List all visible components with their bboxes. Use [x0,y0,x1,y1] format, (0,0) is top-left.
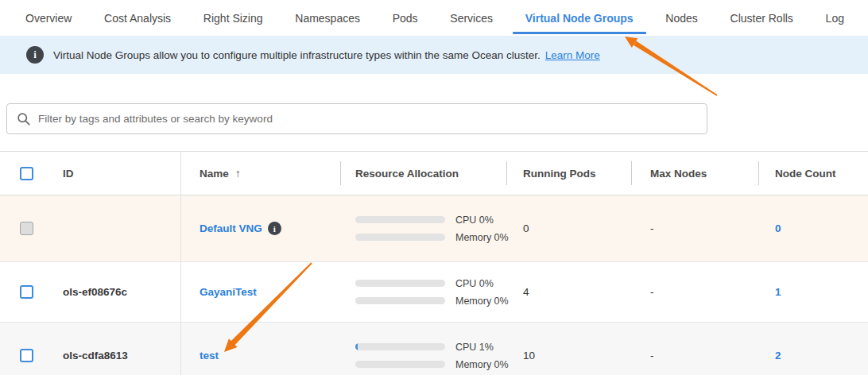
cluster-tab-bar: Overview Cost Analysis Right Sizing Name… [0,0,868,36]
cpu-usage-label: CPU 1% [455,342,494,353]
node-count-cell: 2 [758,323,868,375]
table-header-row: ID Name ↑ Resource Allocation Running Po… [0,152,868,195]
row-checkbox[interactable] [20,285,33,299]
sort-ascending-icon[interactable]: ↑ [235,167,241,180]
vng-name-link[interactable]: Default VNG [200,222,262,234]
cpu-usage-label: CPU 0% [455,215,494,226]
column-header-running-pods: Running Pods [506,152,631,195]
max-nodes-cell: - [631,195,758,261]
vng-info-icon[interactable]: i [268,222,281,235]
tab-nodes[interactable]: Nodes [664,2,699,35]
tab-namespaces[interactable]: Namespaces [293,2,362,35]
cpu-usage-bar [355,343,445,350]
search-input[interactable] [38,113,697,125]
name-cell: test [181,323,340,375]
tab-cost-analysis[interactable]: Cost Analysis [103,2,172,35]
select-all-checkbox[interactable] [20,167,33,180]
info-icon: i [26,46,44,64]
id-cell: ols-cdfa8613 [0,323,181,375]
node-count-cell: 1 [758,262,868,322]
tab-log[interactable]: Log [824,2,846,35]
column-header-max-nodes: Max Nodes [631,152,758,195]
column-header-resource-allocation: Resource Allocation [340,152,506,195]
resource-allocation-cell: CPU 0% Memory 0% [340,195,506,261]
header-id-cell: ID [0,152,181,195]
running-pods-cell: 10 [506,323,631,375]
memory-usage-bar [355,297,445,304]
memory-usage-bar [355,234,445,241]
node-count-link[interactable]: 2 [775,350,781,361]
table-row-gayanitest: ols-ef08676c GayaniTest CPU 0% Memory 0% [0,262,868,323]
max-nodes-cell: - [631,323,758,375]
memory-usage-label: Memory 0% [455,296,509,307]
vng-name-link[interactable]: test [200,350,219,361]
row-id: ols-cdfa8613 [63,350,128,361]
memory-usage-label: Memory 0% [455,359,509,370]
memory-usage-bar [355,361,445,368]
cpu-usage-bar [355,280,445,287]
node-count-cell: 0 [758,195,868,261]
id-cell: ols-ef08676c [0,262,181,322]
max-nodes-cell: - [631,262,758,322]
learn-more-link[interactable]: Learn More [545,49,600,61]
resource-allocation-cell: CPU 0% Memory 0% [340,262,506,322]
info-banner: i Virtual Node Groups allow you to confi… [0,36,868,74]
tab-services[interactable]: Services [448,2,494,35]
running-pods-cell: 0 [506,195,631,261]
vng-name-link[interactable]: GayaniTest [200,286,257,298]
running-pods-cell: 4 [506,262,631,322]
node-count-link[interactable]: 0 [775,222,781,234]
row-checkbox-disabled [20,222,33,235]
table-row-default-vng: Default VNG i CPU 0% Memory 0% 0 - [0,195,868,262]
tab-pods[interactable]: Pods [391,2,420,35]
search-icon [17,112,30,126]
tab-right-sizing[interactable]: Right Sizing [202,2,265,35]
id-cell [0,195,181,261]
virtual-node-groups-page: Overview Cost Analysis Right Sizing Name… [0,0,868,375]
node-count-link[interactable]: 1 [775,286,781,298]
tab-overview[interactable]: Overview [24,2,73,35]
table-row-test: ols-cdfa8613 test CPU 1% Memory 0% 10 [0,323,868,375]
banner-text: Virtual Node Groups allow you to configu… [53,49,541,61]
cpu-usage-label: CPU 0% [455,278,494,289]
memory-usage-label: Memory 0% [455,232,509,243]
column-header-node-count: Node Count [758,152,868,195]
name-cell: GayaniTest [181,262,340,322]
row-checkbox[interactable] [20,349,33,362]
cpu-usage-bar [355,216,445,223]
column-header-name[interactable]: Name ↑ [181,152,340,195]
tab-virtual-node-groups[interactable]: Virtual Node Groups [524,2,635,35]
filter-search-box[interactable] [6,103,707,134]
resource-allocation-cell: CPU 1% Memory 0% [340,323,506,375]
vng-table: ID Name ↑ Resource Allocation Running Po… [0,151,868,375]
column-header-id: ID [63,168,74,180]
tab-cluster-rolls[interactable]: Cluster Rolls [729,2,795,35]
row-id: ols-ef08676c [63,286,127,298]
name-cell: Default VNG i [181,195,340,261]
